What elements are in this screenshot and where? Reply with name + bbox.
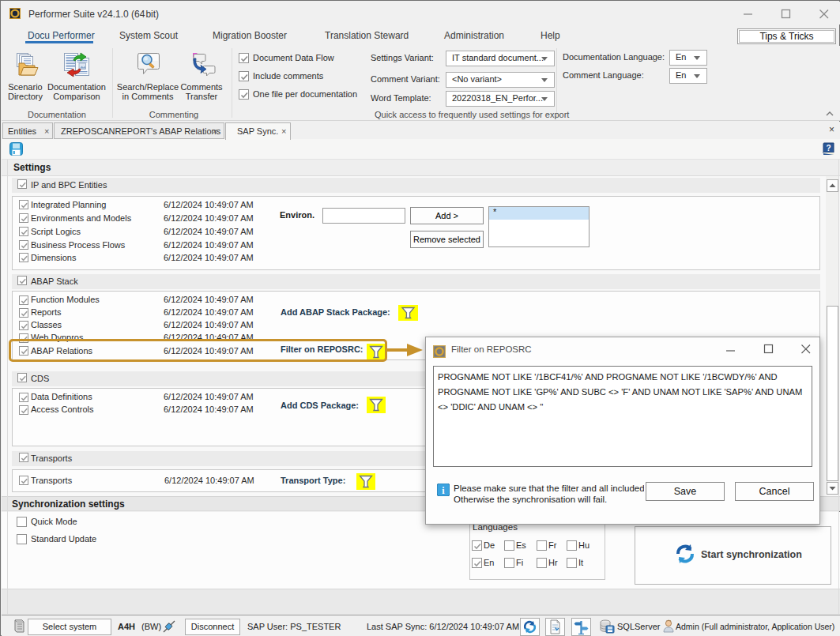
svg-text:?: ?: [826, 144, 831, 152]
